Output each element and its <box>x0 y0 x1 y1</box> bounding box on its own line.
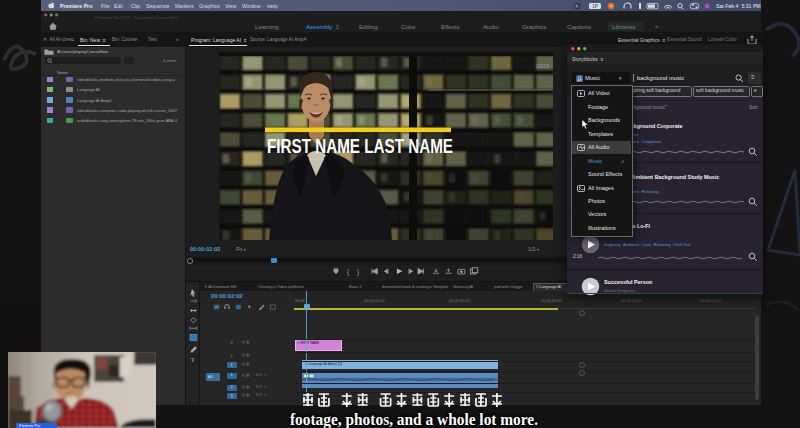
svg-text:}: } <box>357 268 360 276</box>
svg-text:1P: 1P <box>592 4 598 9</box>
svg-text:h: h <box>576 3 579 9</box>
svg-text:T: T <box>190 356 195 364</box>
svg-text:2023: 2023 <box>536 63 550 69</box>
svg-text:{: { <box>347 268 350 276</box>
svg-text:FIRST NAME LAST NAME: FIRST NAME LAST NAME <box>267 135 453 157</box>
